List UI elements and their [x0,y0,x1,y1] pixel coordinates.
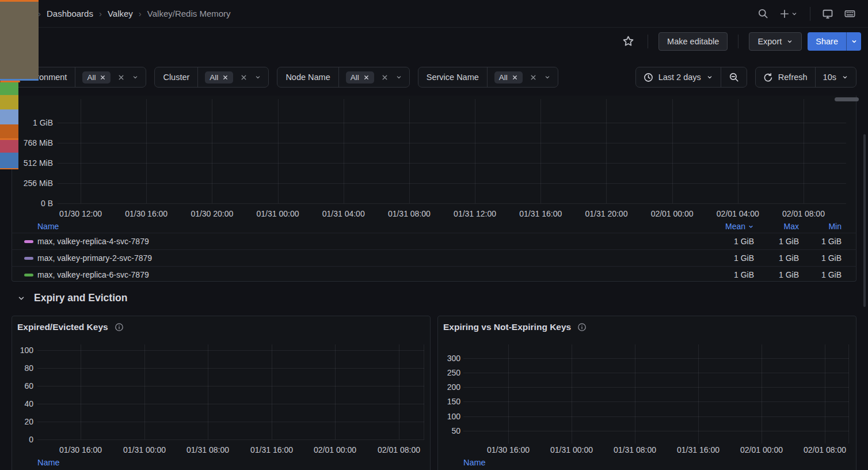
refresh-icon [763,73,773,82]
chevron-down-icon[interactable] [544,74,551,81]
divider [810,7,810,21]
chevron-down-icon [786,38,793,45]
top-nav: Home › Dashboards › Valkey › Valkey/Redi… [0,0,868,28]
filter-value-select[interactable]: All [75,67,146,87]
tv-mode-button[interactable] [818,5,837,23]
divider [648,35,648,48]
series-name[interactable]: max, valkey-primary-2-svc-7879 [37,253,706,263]
series-color-swatch[interactable] [24,257,33,260]
selected-value-pill[interactable]: All [494,71,523,84]
close-icon [222,74,229,81]
legend-header-mean[interactable]: Mean [706,222,754,231]
legend-header-max[interactable]: Max [754,222,799,231]
chevron-down-icon [706,74,713,81]
controls-row: EnvironmentAllClusterAllNode NameAllServ… [12,67,856,88]
breadcrumb-home[interactable]: Home [9,9,32,18]
new-button[interactable] [775,5,802,23]
filter-label[interactable]: Service Name [418,67,488,87]
breadcrumb-separator: › [139,9,142,18]
memory-legend: Name Mean Max Min max, valkey-replica-4-… [12,220,856,282]
selected-value-pill[interactable]: All [346,71,374,84]
refresh-interval-label: 10s [823,73,836,82]
info-icon[interactable] [115,323,124,332]
share-button[interactable]: Share [808,32,846,51]
series-stat-value: 1 GiB [706,253,754,263]
series-stat-value: 1 GiB [706,237,754,246]
panel-title-expired[interactable]: Expired/Evicted Keys [17,322,124,332]
share-menu-button[interactable] [846,32,861,51]
refresh-label: Refresh [778,73,808,82]
chevron-down-icon [791,10,798,17]
time-range-button[interactable]: Last 2 days [636,67,721,87]
clear-filter-icon[interactable] [240,74,248,81]
filter-label[interactable]: Cluster [155,67,198,87]
series-color-swatch[interactable] [24,274,33,276]
keyboard-shortcuts-button[interactable] [840,5,859,23]
chevron-down-icon [851,38,858,45]
legend-header-name[interactable]: Name [463,458,486,467]
filter-value-select[interactable]: All [339,67,409,87]
selected-value-pill[interactable]: All [205,71,233,84]
breadcrumb-current-page: Valkey/Redis Memory [147,9,231,18]
refresh-interval-button[interactable]: 10s [815,67,856,87]
chevron-down-icon [132,74,139,81]
legend-header: Name Mean Max Min [12,220,856,233]
breadcrumb-valkey[interactable]: Valkey [108,9,133,18]
series-color-swatch[interactable] [24,240,33,243]
star-icon [622,35,634,47]
filter-label[interactable]: Environment [12,67,75,87]
chevron-down-icon[interactable] [395,74,402,81]
scrollbar-thumb[interactable] [835,97,859,101]
refresh-button[interactable]: Refresh [756,67,815,87]
divider [738,35,738,48]
chevron-down-icon[interactable] [132,74,139,81]
time-picker: Last 2 days [635,67,747,88]
panel-title-text: Expiring vs Not-Expiring Keys [443,322,571,332]
section-expiry-and-eviction[interactable]: Expiry and Eviction [17,292,127,304]
clear-filter-icon[interactable] [381,74,389,81]
monitor-icon [822,8,833,20]
chevron-down-icon[interactable] [254,74,261,81]
time-range-label: Last 2 days [658,73,701,82]
favorite-button[interactable] [619,32,637,51]
zoom-out-icon [729,72,739,82]
legend-header-min[interactable]: Min [799,222,842,231]
series-stat-value: 1 GiB [754,237,799,246]
section-title: Expiry and Eviction [34,292,127,304]
series-stat-value: 1 GiB [799,253,842,263]
info-icon[interactable] [577,323,587,332]
clear-filter-icon[interactable] [117,74,125,81]
filter-cluster: ClusterAll [154,67,269,88]
legend-row[interactable]: max, valkey-replica-6-svc-78791 GiB1 GiB… [12,266,856,282]
vertical-scrollbar-thumb[interactable] [863,134,866,307]
legend-row[interactable]: max, valkey-replica-4-svc-78791 GiB1 GiB… [12,233,856,249]
export-label: Export [757,37,782,46]
filter-node-name: Node NameAll [277,67,409,88]
chevron-down-icon [544,74,551,81]
make-editable-button[interactable]: Make editable [658,32,728,51]
series-stat-value: 1 GiB [799,237,842,246]
export-button[interactable]: Export [749,32,802,51]
series-name[interactable]: max, valkey-replica-4-svc-7879 [37,237,706,246]
legend-row[interactable]: max, valkey-primary-2-svc-78791 GiB1 GiB… [12,249,856,266]
series-stat-value: 1 GiB [754,270,799,279]
legend-rows: max, valkey-replica-4-svc-78791 GiB1 GiB… [12,233,856,282]
zoom-out-button[interactable] [721,67,747,87]
series-stat-value: 1 GiB [706,270,754,279]
make-editable-label: Make editable [667,37,719,46]
clear-filter-icon[interactable] [530,74,537,81]
legend-header-name[interactable]: Name [37,458,60,467]
selected-value: All [499,73,508,82]
legend-header-name[interactable]: Name [37,222,706,231]
selected-value-pill[interactable]: All [82,71,111,84]
filter-value-select[interactable]: All [488,67,558,87]
filter-value-select[interactable]: All [198,67,268,87]
series-name[interactable]: max, valkey-replica-6-svc-7879 [37,270,706,279]
share-split-button: Share [808,32,861,51]
panel-title-expiring[interactable]: Expiring vs Not-Expiring Keys [443,322,587,332]
selected-value: All [351,73,359,82]
breadcrumb-dashboards[interactable]: Dashboards [47,9,93,18]
plus-icon [779,9,790,19]
filter-label[interactable]: Node Name [277,67,338,87]
search-button[interactable] [753,5,772,23]
